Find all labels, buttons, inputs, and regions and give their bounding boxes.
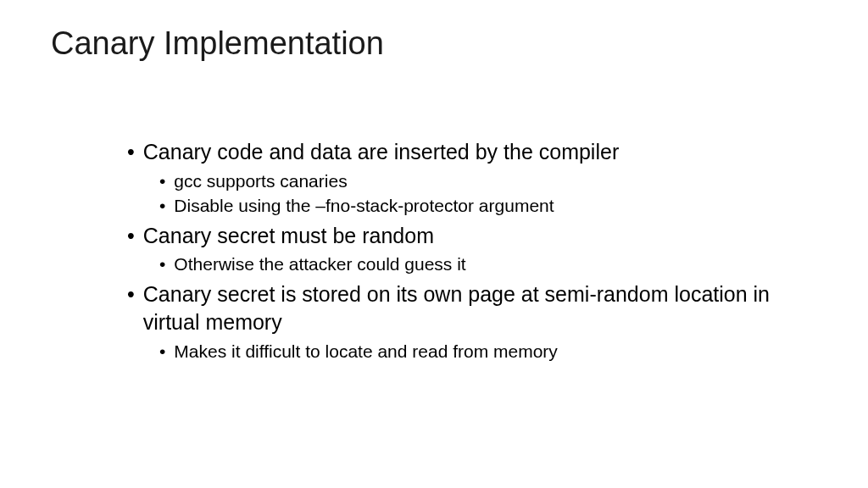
list-item: Canary code and data are inserted by the… xyxy=(127,138,817,219)
bullet-text: Makes it difficult to locate and read fr… xyxy=(174,339,557,363)
list-item: gcc supports canaries xyxy=(159,169,817,193)
list-item: Otherwise the attacker could guess it xyxy=(159,252,817,276)
list-item: Disable using the –fno-stack-protector a… xyxy=(159,193,817,218)
bullet-text: Canary secret is stored on its own page … xyxy=(143,280,817,338)
bullet-text: Canary code and data are inserted by the… xyxy=(143,138,619,167)
list-item: Makes it difficult to locate and read fr… xyxy=(159,339,817,363)
sub-bullet-list: Makes it difficult to locate and read fr… xyxy=(127,339,817,363)
sub-bullet-list: Otherwise the attacker could guess it xyxy=(127,252,817,276)
bullet-text: Canary secret must be random xyxy=(143,222,434,251)
slide: Canary Implementation Canary code and da… xyxy=(0,0,868,488)
bullet-text: gcc supports canaries xyxy=(174,169,347,193)
bullet-text: Otherwise the attacker could guess it xyxy=(174,252,465,276)
slide-content: Canary code and data are inserted by the… xyxy=(51,138,817,364)
bullet-text: Disable using the –fno-stack-protector a… xyxy=(174,193,554,218)
sub-bullet-list: gcc supports canaries Disable using the … xyxy=(127,169,817,219)
list-item: Canary secret must be random Otherwise t… xyxy=(127,222,817,277)
slide-title: Canary Implementation xyxy=(51,25,817,62)
bullet-list: Canary code and data are inserted by the… xyxy=(127,138,817,364)
list-item: Canary secret is stored on its own page … xyxy=(127,280,817,364)
